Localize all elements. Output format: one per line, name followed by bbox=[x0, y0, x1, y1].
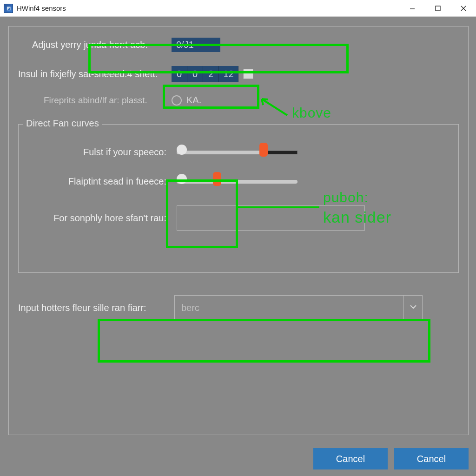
svg-line-4 bbox=[262, 99, 287, 115]
input-hotters-combo[interactable]: berc bbox=[174, 295, 423, 320]
slider-speed-handle[interactable] bbox=[259, 143, 268, 157]
annot-puboh: puboh: bbox=[323, 190, 369, 205]
slider-speed[interactable] bbox=[177, 148, 298, 157]
titlebar: ◩ HWinf4 sensors bbox=[0, 0, 476, 17]
highlight-box-3 bbox=[166, 179, 238, 248]
radio-row-label: Fireprits abind/lf ar: plasst. bbox=[18, 95, 172, 106]
slider-speed-knob[interactable] bbox=[177, 145, 187, 155]
slider2-label: Flaiptint sead in fueece: bbox=[28, 176, 177, 187]
close-button[interactable] bbox=[450, 0, 476, 16]
arrow-2 bbox=[238, 203, 322, 214]
window-controls bbox=[399, 0, 476, 16]
svg-rect-1 bbox=[436, 6, 440, 11]
slider1-label: Fulst if your speeco: bbox=[28, 147, 177, 158]
fan-curves-fieldset: Direct Fan curves Fulst if your speeco: … bbox=[18, 124, 459, 273]
cancel-button-right[interactable]: Cancel bbox=[394, 448, 469, 469]
cancel-button-left[interactable]: Cancel bbox=[313, 448, 388, 469]
arrow-1 bbox=[259, 97, 292, 122]
empty-input-label: For sonphly hore sfan't rau: bbox=[28, 213, 177, 224]
app-icon: ◩ bbox=[4, 4, 13, 13]
maximize-button[interactable] bbox=[425, 0, 450, 16]
window-title: HWinf4 sensors bbox=[17, 4, 66, 12]
combo-label: Input hotters fleur sille ran fiarr: bbox=[18, 303, 174, 313]
fieldset-legend: Direct Fan curves bbox=[23, 118, 102, 129]
combo-value: berc bbox=[175, 303, 403, 313]
highlight-box-1 bbox=[88, 44, 349, 73]
button-bar: Cancel Cancel bbox=[313, 448, 469, 469]
annot-kbove: kbove bbox=[292, 105, 331, 121]
minimize-button[interactable] bbox=[399, 0, 425, 16]
chevron-down-icon bbox=[409, 303, 417, 313]
highlight-box-4 bbox=[98, 319, 430, 363]
combo-chevron-button[interactable] bbox=[403, 296, 422, 320]
highlight-box-2 bbox=[163, 85, 259, 109]
annot-kan-sider: kan sider bbox=[323, 208, 391, 226]
